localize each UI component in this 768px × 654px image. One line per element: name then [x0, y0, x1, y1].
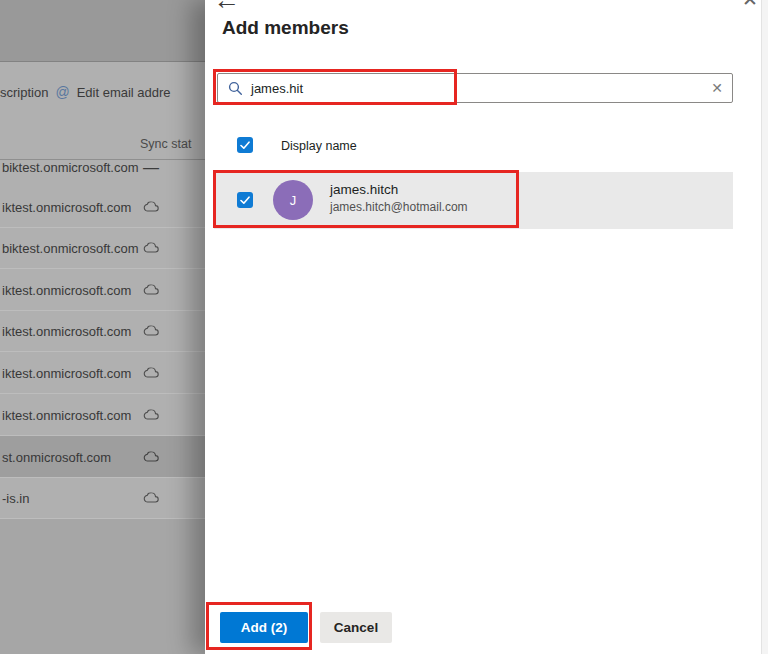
- user-email-cell: biktest.onmicrosoft.com: [2, 241, 139, 256]
- table-row[interactable]: iktest.onmicrosoft.com: [0, 352, 205, 394]
- display-name-column-header: Display name: [281, 139, 357, 153]
- cloud-sync-icon: [143, 409, 160, 420]
- back-icon[interactable]: ←: [213, 0, 240, 14]
- page-title: Add members: [222, 17, 349, 39]
- cloud-sync-icon: [143, 284, 160, 295]
- add-members-panel: ← ✕ Add members james.hit ✕ Display name…: [205, 0, 768, 654]
- cloud-sync-icon: [143, 201, 160, 212]
- table-row[interactable]: iktest.onmicrosoft.com: [0, 269, 205, 311]
- select-all-checkbox[interactable]: [237, 137, 253, 153]
- cancel-button[interactable]: Cancel: [320, 612, 392, 643]
- cloud-sync-icon: [143, 326, 160, 337]
- panel-scrollbar[interactable]: [761, 0, 768, 654]
- close-icon[interactable]: ✕: [742, 0, 758, 9]
- member-email: james.hitch@hotmail.com: [330, 200, 468, 214]
- background-toolbar: scription @ Edit email addre: [0, 83, 210, 101]
- search-input[interactable]: james.hit ✕: [217, 73, 733, 103]
- avatar-initial: J: [290, 193, 297, 208]
- user-email-cell: iktest.onmicrosoft.com: [2, 407, 131, 422]
- table-row[interactable]: -is.in: [0, 478, 205, 519]
- user-email-cell: st.onmicrosoft.com: [2, 449, 111, 464]
- member-display-name: james.hitch: [330, 182, 468, 197]
- email-at-icon: @: [55, 84, 69, 100]
- cloud-sync-icon: [143, 367, 160, 378]
- add-button[interactable]: Add (2): [220, 612, 308, 643]
- table-row-selected[interactable]: st.onmicrosoft.com: [0, 436, 205, 478]
- cloud-sync-icon: [143, 451, 160, 462]
- cloud-sync-icon: [143, 243, 160, 254]
- cloud-sync-icon: [143, 493, 160, 504]
- table-row[interactable]: iktest.onmicrosoft.com: [0, 394, 205, 436]
- edit-email-addresses-button[interactable]: Edit email addre: [77, 85, 171, 100]
- user-email-cell: -is.in: [2, 491, 29, 506]
- sync-dash-icon: —: [143, 159, 159, 174]
- user-email-cell: biktest.onmicrosoft.com: [2, 160, 139, 174]
- table-row[interactable]: biktest.onmicrosoft.com: [0, 228, 205, 269]
- user-email-cell: iktest.onmicrosoft.com: [2, 365, 131, 380]
- edit-description-button[interactable]: scription: [0, 85, 48, 100]
- search-icon: [228, 81, 243, 96]
- user-email-cell: iktest.onmicrosoft.com: [2, 282, 131, 297]
- table-row[interactable]: biktest.onmicrosoft.com —: [0, 159, 205, 174]
- table-row[interactable]: iktest.onmicrosoft.com: [0, 186, 205, 228]
- sync-status-column-header[interactable]: Sync stat: [140, 137, 191, 151]
- table-row[interactable]: iktest.onmicrosoft.com: [0, 311, 205, 352]
- member-checkbox[interactable]: [237, 192, 253, 208]
- user-email-cell: iktest.onmicrosoft.com: [2, 324, 131, 339]
- clear-search-icon[interactable]: ✕: [711, 80, 723, 96]
- avatar: J: [273, 180, 313, 220]
- member-list-item[interactable]: J james.hitch james.hitch@hotmail.com: [214, 172, 733, 229]
- search-input-value: james.hit: [251, 81, 303, 96]
- user-email-cell: iktest.onmicrosoft.com: [2, 199, 131, 214]
